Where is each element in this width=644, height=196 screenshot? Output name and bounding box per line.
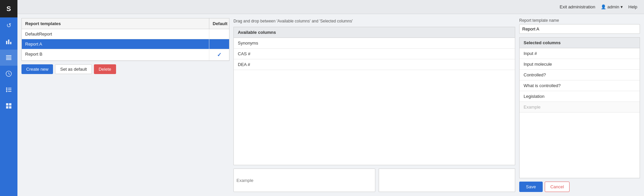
- set-as-default-button[interactable]: Set as default: [55, 64, 92, 74]
- svg-point-10: [6, 87, 7, 89]
- admin-user-menu[interactable]: 👤 admin ▾: [601, 4, 623, 9]
- col-header-default: Default: [209, 18, 229, 29]
- sidebar-icon-refresh[interactable]: ↺: [0, 17, 17, 34]
- col-header-name: Report templates: [22, 18, 209, 29]
- templates-actions: Create new Set as default Delete: [21, 64, 229, 74]
- sidebar-icon-clock[interactable]: [0, 66, 17, 82]
- svg-point-12: [6, 89, 7, 90]
- svg-rect-18: [6, 106, 8, 109]
- template-row[interactable]: Report B ✓: [22, 49, 229, 61]
- main-area: Exit administration 👤 admin ▾ Help Repor…: [17, 0, 644, 196]
- sidebar-icon-list[interactable]: [0, 50, 17, 66]
- svg-rect-19: [9, 106, 11, 109]
- example-input[interactable]: [233, 169, 375, 192]
- selected-columns-header: Selected columns: [520, 38, 640, 48]
- svg-rect-1: [8, 40, 9, 44]
- templates-table: Report templates Default DefaultReport R…: [21, 18, 229, 61]
- drag-hint: Drag and drop between 'Available columns…: [233, 18, 515, 24]
- list-item[interactable]: DEA #: [234, 59, 515, 70]
- save-actions: Save Cancel: [519, 182, 640, 192]
- create-new-button[interactable]: Create new: [21, 64, 53, 74]
- svg-rect-5: [6, 58, 11, 59]
- templates-table-header: Report templates Default: [22, 18, 229, 29]
- available-columns-empty-space: [234, 70, 515, 165]
- list-item[interactable]: Example: [520, 102, 640, 113]
- logo: S: [0, 0, 17, 17]
- list-item[interactable]: Controlled?: [520, 70, 640, 80]
- selected-columns-table: Selected columns Input # Input molecule …: [519, 37, 640, 178]
- columns-panel: Drag and drop between 'Available columns…: [233, 18, 515, 192]
- admin-label: admin: [607, 4, 619, 9]
- available-columns-list: Available columns Synonyms CAS # DEA #: [233, 27, 515, 165]
- default-checkmark: ✓: [217, 52, 221, 58]
- template-name: Report B: [22, 49, 209, 60]
- svg-rect-13: [8, 89, 11, 90]
- list-item[interactable]: Legislation: [520, 91, 640, 102]
- list-item[interactable]: What is controlled?: [520, 80, 640, 91]
- help-link[interactable]: Help: [628, 4, 637, 9]
- template-name-section: Report template name: [519, 18, 640, 34]
- topbar: Exit administration 👤 admin ▾ Help: [17, 0, 644, 14]
- sidebar-icon-circle-list[interactable]: [0, 82, 17, 98]
- templates-panel: Report templates Default DefaultReport R…: [21, 18, 229, 192]
- svg-rect-4: [6, 57, 11, 57]
- template-row[interactable]: Report A: [22, 39, 229, 49]
- available-columns-header: Available columns: [234, 27, 515, 38]
- svg-rect-16: [6, 103, 8, 106]
- template-name-input[interactable]: [519, 24, 640, 34]
- template-name: DefaultReport: [22, 29, 209, 39]
- list-item[interactable]: Input molecule: [520, 59, 640, 70]
- example-box: [379, 169, 515, 192]
- list-item[interactable]: Synonyms: [234, 38, 515, 49]
- cancel-button[interactable]: Cancel: [545, 182, 570, 192]
- sidebar: S ↺: [0, 0, 17, 196]
- template-name: Report A: [22, 39, 209, 49]
- sidebar-icon-grid-list[interactable]: [0, 98, 17, 114]
- svg-rect-15: [8, 91, 11, 92]
- svg-rect-3: [6, 55, 11, 56]
- right-panel: Report template name Selected columns In…: [519, 18, 640, 192]
- svg-rect-6: [6, 59, 11, 60]
- sidebar-icon-chart[interactable]: [0, 34, 17, 50]
- template-default-cell: [209, 29, 229, 39]
- selected-columns-empty: [520, 113, 640, 178]
- template-name-label: Report template name: [519, 18, 640, 23]
- columns-area: Available columns Synonyms CAS # DEA #: [233, 27, 515, 165]
- user-icon: 👤: [601, 4, 606, 9]
- svg-line-9: [9, 74, 10, 75]
- chevron-down-icon: ▾: [621, 4, 623, 9]
- list-item[interactable]: CAS #: [234, 49, 515, 59]
- exit-admin-link[interactable]: Exit administration: [560, 4, 595, 9]
- svg-rect-11: [8, 88, 11, 88]
- svg-point-14: [6, 91, 7, 92]
- svg-rect-0: [6, 41, 7, 44]
- svg-rect-17: [9, 103, 11, 106]
- template-default-cell: ✓: [209, 49, 229, 60]
- svg-rect-2: [10, 42, 11, 44]
- save-button[interactable]: Save: [519, 182, 543, 192]
- example-area: [233, 169, 515, 192]
- template-row[interactable]: DefaultReport: [22, 29, 229, 39]
- template-default-cell: [209, 39, 229, 49]
- content-area: Report templates Default DefaultReport R…: [17, 14, 644, 196]
- delete-button[interactable]: Delete: [94, 64, 116, 74]
- list-item[interactable]: Input #: [520, 48, 640, 59]
